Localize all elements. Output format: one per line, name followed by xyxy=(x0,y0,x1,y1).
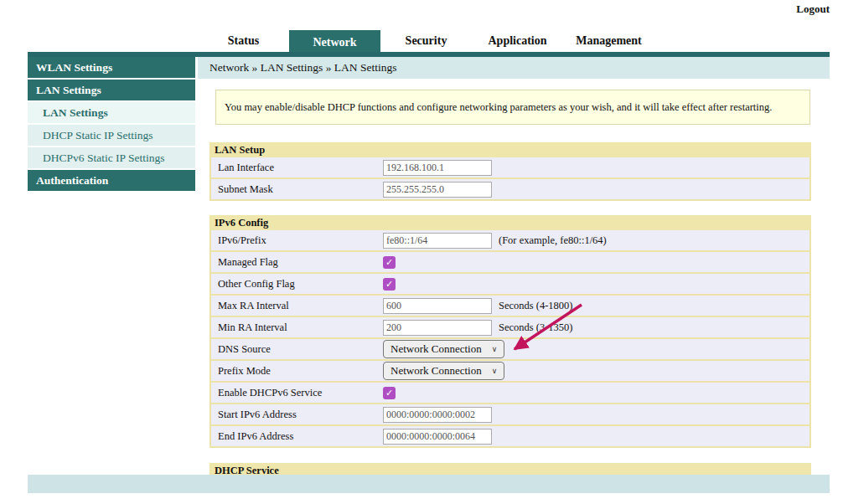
prefix-mode-label: Prefix Mode xyxy=(211,365,383,378)
field-control: ✓ xyxy=(383,387,809,399)
lan-interface-input[interactable] xyxy=(383,160,492,176)
form-row-min-ra-interval: Min RA IntervalSeconds (3-1350) xyxy=(211,316,809,337)
prefix-mode-select[interactable]: Network Connection∨ xyxy=(383,362,504,380)
field-control: Network Connection∨ xyxy=(383,362,809,380)
section-body: Lan InterfaceSubnet Mask xyxy=(209,157,811,201)
field-control xyxy=(383,429,809,445)
end-ipv6-address-input[interactable] xyxy=(383,429,492,445)
field-note: Seconds (3-1350) xyxy=(499,321,573,334)
notice-text: You may enable/disable DHCP functions an… xyxy=(225,101,772,114)
other-config-flag-checkbox[interactable]: ✓ xyxy=(383,278,396,291)
min-ra-interval-label: Min RA Interval xyxy=(211,321,383,334)
enable-dhcpv6-service-checkbox[interactable]: ✓ xyxy=(383,387,396,399)
ipv6-prefix-input[interactable] xyxy=(383,233,492,249)
ipv6-prefix-label: IPv6/Prefix xyxy=(211,234,383,247)
chevron-down-icon: ∨ xyxy=(492,367,498,375)
field-control: ✓ xyxy=(383,256,809,269)
field-control: Network Connection∨ xyxy=(383,340,809,358)
dns-source-select[interactable]: Network Connection∨ xyxy=(383,340,504,358)
field-note: Seconds (4-1800) xyxy=(499,300,573,312)
sidebar-group-lan-settings[interactable]: LAN Settings xyxy=(28,80,195,102)
form-row-lan-interface: Lan Interface xyxy=(211,157,809,177)
field-control xyxy=(383,160,809,176)
tab-management[interactable]: Management xyxy=(563,30,654,52)
select-value: Network Connection xyxy=(390,364,482,378)
sidebar-item-dhcpv6-static-ip-settings[interactable]: DHCPv6 Static IP Settings xyxy=(28,147,195,170)
end-ipv6-address-label: End IPv6 Address xyxy=(211,430,383,443)
form-row-other-config-flag: Other Config Flag✓ xyxy=(211,272,809,294)
section-ipv6-config: IPv6 ConfigIPv6/Prefix(For example, fe80… xyxy=(209,215,811,448)
section-lan-setup: LAN SetupLan InterfaceSubnet Mask xyxy=(209,142,811,201)
tab-status[interactable]: Status xyxy=(198,30,289,52)
form-row-prefix-mode: Prefix ModeNetwork Connection∨ xyxy=(211,359,809,381)
min-ra-interval-input[interactable] xyxy=(383,320,492,336)
logout-link[interactable]: Logout xyxy=(796,3,830,16)
sidebar-group-wlan-settings[interactable]: WLAN Settings xyxy=(28,57,195,80)
dns-source-label: DNS Source xyxy=(211,343,383,356)
managed-flag-checkbox[interactable]: ✓ xyxy=(383,256,396,269)
form-row-managed-flag: Managed Flag✓ xyxy=(211,250,809,272)
form-row-max-ra-interval: Max RA IntervalSeconds (4-1800) xyxy=(211,294,809,316)
section-body: IPv6/Prefix(For example, fe80::1/64)Mana… xyxy=(209,230,811,448)
field-control: (For example, fe80::1/64) xyxy=(383,233,809,249)
section-title-ipv6-config: IPv6 Config xyxy=(209,215,811,230)
select-value: Network Connection xyxy=(390,342,482,356)
footer-band xyxy=(28,475,830,493)
sidebar-group-authentication[interactable]: Authentication xyxy=(28,170,195,193)
tab-security[interactable]: Security xyxy=(380,30,472,52)
field-control: Seconds (3-1350) xyxy=(383,320,809,336)
other-config-flag-label: Other Config Flag xyxy=(211,278,383,291)
subnet-mask-label: Subnet Mask xyxy=(211,183,383,196)
max-ra-interval-input[interactable] xyxy=(383,298,492,314)
field-control xyxy=(383,182,809,198)
subnet-mask-input[interactable] xyxy=(383,182,492,198)
enable-dhcpv6-service-label: Enable DHCPv6 Service xyxy=(211,387,383,399)
managed-flag-label: Managed Flag xyxy=(211,256,383,269)
field-control: ✓ xyxy=(383,278,809,291)
sidebar-item-dhcp-static-ip-settings[interactable]: DHCP Static IP Settings xyxy=(28,125,195,147)
form-row-dns-source: DNS SourceNetwork Connection∨ xyxy=(211,337,809,359)
form-row-subnet-mask: Subnet Mask xyxy=(211,177,809,199)
field-control xyxy=(383,407,809,423)
breadcrumb: Network » LAN Settings » LAN Settings xyxy=(198,57,830,79)
form-row-end-ipv6-address: End IPv6 Address xyxy=(211,424,809,446)
lan-interface-label: Lan Interface xyxy=(211,162,383,174)
section-title-lan-setup: LAN Setup xyxy=(209,142,811,157)
field-note: (For example, fe80::1/64) xyxy=(499,234,607,247)
tab-application[interactable]: Application xyxy=(472,30,563,52)
sidebar-item-lan-settings[interactable]: LAN Settings xyxy=(28,102,195,125)
start-ipv6-address-input[interactable] xyxy=(383,407,492,423)
form-row-enable-dhcpv6-service: Enable DHCPv6 Service✓ xyxy=(211,381,809,403)
start-ipv6-address-label: Start IPv6 Address xyxy=(211,409,383,421)
max-ra-interval-label: Max RA Interval xyxy=(211,300,383,312)
chevron-down-icon: ∨ xyxy=(492,345,498,353)
form-row-ipv6-prefix: IPv6/Prefix(For example, fe80::1/64) xyxy=(211,230,809,250)
form-row-start-ipv6-address: Start IPv6 Address xyxy=(211,403,809,424)
field-control: Seconds (4-1800) xyxy=(383,298,809,314)
sidebar-menu: WLAN SettingsLAN SettingsLAN SettingsDHC… xyxy=(28,57,195,193)
notice-box: You may enable/disable DHCP functions an… xyxy=(215,90,810,125)
